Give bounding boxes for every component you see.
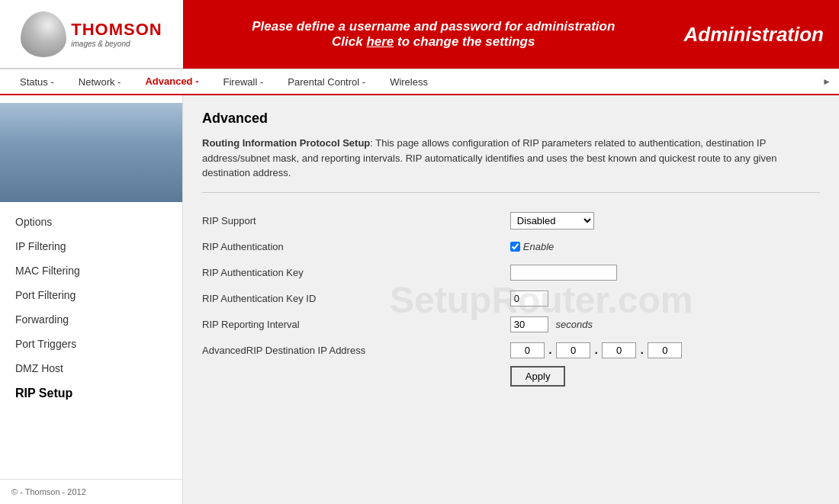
section-title: Routing Information Protocol Setup (202, 137, 370, 149)
sidebar-person-image (0, 103, 182, 202)
main-layout: Options IP Filtering MAC Filtering Port … (0, 95, 839, 504)
sidebar: Options IP Filtering MAC Filtering Port … (0, 95, 183, 504)
nav-wireless[interactable]: Wireless (378, 69, 440, 95)
sidebar-item-forwarding[interactable]: Forwarding (0, 307, 182, 332)
logo-tagline: images & beyond (71, 40, 162, 48)
rip-auth-checkbox-label[interactable]: Enable (510, 241, 820, 252)
rip-auth-label: RIP Authentication (202, 234, 510, 260)
rip-auth-key-id-row: RIP Authentication Key ID (202, 286, 820, 312)
banner-line2: Click here to change the settings (252, 34, 615, 50)
rip-auth-row: RIP Authentication Enable (202, 234, 820, 260)
rip-reporting-label: RIP Reporting Interval (202, 312, 510, 338)
header: THOMSON images & beyond Please define a … (0, 0, 839, 69)
apply-button[interactable]: Apply (510, 366, 566, 387)
rip-auth-key-label: RIP Authentication Key (202, 260, 510, 286)
rip-dest-ip-label: AdvancedRIP Destination IP Address (202, 338, 510, 364)
rip-dest-ip-4[interactable] (648, 342, 682, 358)
sidebar-item-port-filtering[interactable]: Port Filtering (0, 283, 182, 307)
admin-title-area: Administration (684, 0, 839, 69)
banner-prefix: Click (332, 34, 366, 49)
content-area: SetupRouter.com Advanced Routing Informa… (183, 95, 839, 504)
navbar: Status - Network - Advanced - Firewall -… (0, 69, 839, 95)
logo-text: THOMSON images & beyond (71, 20, 162, 48)
sidebar-item-dmz-host[interactable]: DMZ Host (0, 356, 182, 380)
rip-reporting-seconds: seconds (555, 319, 592, 330)
admin-title: Administration (684, 23, 824, 47)
rip-dest-ip-row: AdvancedRIP Destination IP Address . . . (202, 338, 820, 364)
rip-auth-key-id-value (510, 286, 820, 312)
nav-network[interactable]: Network - (66, 69, 133, 95)
sidebar-item-rip-setup[interactable]: RIP Setup (0, 380, 182, 406)
nav-parental[interactable]: Parental Control - (275, 69, 378, 95)
nav-scroll-arrow[interactable]: ► (822, 76, 831, 87)
apply-row: Apply (202, 364, 820, 390)
rip-auth-key-value (510, 260, 820, 286)
sidebar-photo (0, 103, 182, 202)
ip-sep-3: . (641, 344, 644, 356)
rip-form-table: RIP Support Disabled Enabled RIP Authent… (202, 208, 820, 390)
logo-area: THOMSON images & beyond (0, 0, 183, 69)
sidebar-item-port-triggers[interactable]: Port Triggers (0, 332, 182, 356)
rip-auth-key-id-label: RIP Authentication Key ID (202, 286, 510, 312)
sidebar-nav: Options IP Filtering MAC Filtering Port … (0, 202, 182, 479)
banner-here-link[interactable]: here (366, 34, 394, 49)
rip-support-value: Disabled Enabled (510, 208, 820, 234)
rip-auth-key-input[interactable] (510, 265, 617, 281)
rip-support-row: RIP Support Disabled Enabled (202, 208, 820, 234)
header-banner: Please define a username and password fo… (183, 0, 684, 69)
ip-sep-2: . (595, 344, 598, 356)
rip-dest-ip-1[interactable] (510, 342, 545, 358)
rip-reporting-input[interactable] (510, 316, 548, 332)
sidebar-item-ip-filtering[interactable]: IP Filtering (0, 234, 182, 258)
nav-advanced[interactable]: Advanced - (133, 69, 211, 95)
logo-brand: THOMSON (71, 20, 162, 40)
apply-label-empty (202, 364, 510, 390)
rip-auth-enable-text: Enable (523, 241, 554, 252)
rip-support-label: RIP Support (202, 208, 510, 234)
ip-sep-1: . (548, 344, 551, 356)
rip-reporting-value: seconds (510, 312, 820, 338)
rip-dest-ip-3[interactable] (602, 342, 636, 358)
content-title: Advanced (202, 111, 820, 127)
rip-auth-checkbox[interactable] (510, 242, 520, 252)
sidebar-item-mac-filtering[interactable]: MAC Filtering (0, 258, 182, 283)
sidebar-item-options[interactable]: Options (0, 210, 182, 234)
rip-auth-value: Enable (510, 234, 820, 260)
nav-status[interactable]: Status - (8, 69, 66, 95)
rip-dest-ip-2[interactable] (556, 342, 590, 358)
apply-value: Apply (510, 364, 820, 390)
banner-text-area: Please define a username and password fo… (252, 19, 615, 50)
rip-support-select[interactable]: Disabled Enabled (510, 212, 594, 230)
content-description: Routing Information Protocol Setup: This… (202, 136, 820, 193)
banner-line1: Please define a username and password fo… (252, 19, 615, 34)
logo-icon (21, 11, 66, 57)
banner-suffix: to change the settings (394, 34, 535, 49)
rip-auth-key-row: RIP Authentication Key (202, 260, 820, 286)
rip-auth-key-id-input[interactable] (510, 291, 548, 307)
nav-firewall[interactable]: Firewall - (211, 69, 276, 95)
sidebar-footer: © - Thomson - 2012 (0, 479, 182, 504)
rip-dest-ip-value: . . . (510, 338, 820, 364)
logo-box: THOMSON images & beyond (21, 11, 162, 57)
rip-reporting-row: RIP Reporting Interval seconds (202, 312, 820, 338)
